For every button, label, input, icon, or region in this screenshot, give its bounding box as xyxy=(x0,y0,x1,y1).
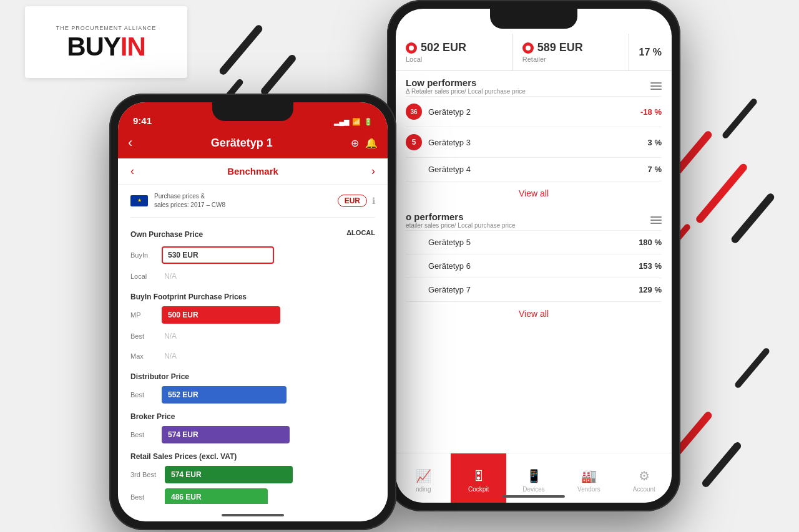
footprint-best-row: Best N/A xyxy=(130,326,375,346)
currency-row: Purchase prices & sales prices: 2017 – C… xyxy=(130,185,375,218)
buyin-input-container xyxy=(162,246,375,264)
list-item[interactable]: Gerätetyp 4 7 % xyxy=(406,157,662,181)
distributor-best-row: Best 552 EUR xyxy=(130,384,375,406)
back-button[interactable]: ‹ xyxy=(128,135,132,151)
logo-buy: BUY xyxy=(67,32,120,61)
next-tab-button[interactable]: › xyxy=(371,165,375,178)
device-pct-geraetetyp3: 3 % xyxy=(648,138,662,147)
broker-header: Broker Price xyxy=(130,406,375,423)
phone-right: 502 EUR Local 589 EUR Retailer 17 xyxy=(387,0,680,511)
device-name-geraetetyp2: Gerätetyp 2 xyxy=(428,107,640,117)
right-notch xyxy=(490,9,577,29)
account-icon: ⚙ xyxy=(639,468,650,483)
retail-best-row: Best 486 EUR xyxy=(130,486,375,504)
view-all-low-button[interactable]: View all xyxy=(519,188,549,198)
device-name-geraetetyp4: Gerätetyp 4 xyxy=(428,165,648,174)
currency-badge[interactable]: EUR xyxy=(338,195,367,207)
logo-text: BUYIN xyxy=(67,34,145,60)
eu-flag-icon xyxy=(130,195,148,206)
phone-left-screen: 9:41 ▂▄▆ 📶 🔋 ‹ Gerätetyp 1 ⊕ 🔔 ‹ Be xyxy=(118,102,388,521)
device-pct-geraetetyp6: 153 % xyxy=(639,261,662,271)
buyin-price-input[interactable] xyxy=(162,246,274,264)
footprint-max-row: Max N/A xyxy=(130,346,375,366)
retail-best-bar: 486 EUR xyxy=(165,488,268,504)
low-performers-view-all: View all xyxy=(406,181,662,205)
benchmark-nav: ‹ Benchmark › xyxy=(118,158,388,185)
device-name-geraetetyp7: Gerätetyp 7 xyxy=(428,285,639,294)
cockpit-icon[interactable]: ⊕ xyxy=(351,137,359,149)
device-pct-geraetetyp5: 180 % xyxy=(639,238,662,247)
top-performers-view-all: View all xyxy=(406,301,662,326)
tab-label-devices: Devices xyxy=(522,486,545,493)
svg-point-15 xyxy=(409,46,414,51)
local-price-row: Local N/A xyxy=(130,266,375,286)
retail-3rdbest-row: 3rd Best 574 EUR xyxy=(130,463,375,486)
phone-left: 9:41 ▂▄▆ 📶 🔋 ‹ Gerätetyp 1 ⊕ 🔔 ‹ Be xyxy=(109,94,396,530)
device-pct-geraetetyp4: 7 % xyxy=(648,165,662,174)
top-performers-header: o performers etailer sales price/ Local … xyxy=(406,205,662,230)
signal-icon: ▂▄▆ xyxy=(334,118,349,126)
phone-right-screen: 502 EUR Local 589 EUR Retailer 17 xyxy=(396,9,672,503)
top-performers-subtitle: etailer sales price/ Local purchase pric… xyxy=(406,222,516,229)
local-indicator xyxy=(406,42,417,54)
top-performers-section: o performers etailer sales price/ Local … xyxy=(396,205,672,326)
wifi-icon: 📶 xyxy=(352,118,361,126)
logo-tagline: THE PROCUREMENT ALLIANCE xyxy=(56,25,156,31)
logo-box: THE PROCUREMENT ALLIANCE BUYIN xyxy=(25,6,187,78)
content-area: Purchase prices & sales prices: 2017 – C… xyxy=(118,185,388,504)
device-pct-geraetetyp2: -18 % xyxy=(640,107,662,117)
nav-title: Gerätetyp 1 xyxy=(211,137,273,150)
device-badge-5: 5 xyxy=(406,134,422,150)
svg-rect-5 xyxy=(721,97,758,140)
device-name-geraetetyp6: Gerätetyp 6 xyxy=(428,261,639,271)
tab-item-cockpit[interactable]: 🎛 Cockpit xyxy=(451,453,506,503)
battery-icon: 🔋 xyxy=(364,118,373,126)
list-item[interactable]: 36 Gerätetyp 2 -18 % xyxy=(406,96,662,127)
svg-rect-13 xyxy=(700,441,742,489)
tab-item-trending[interactable]: 📈 nding xyxy=(396,463,451,493)
footprint-header: BuyIn Footprint Purchase Prices xyxy=(130,286,375,304)
svg-rect-0 xyxy=(218,24,263,76)
info-icon[interactable]: ℹ xyxy=(372,196,375,206)
rp-scroll-area: 502 EUR Local 589 EUR Retailer 17 xyxy=(396,9,672,453)
top-performers-menu-icon[interactable] xyxy=(650,216,662,224)
tab-item-devices[interactable]: 📱 Devices xyxy=(506,463,561,493)
distributor-price-bar: 552 EUR xyxy=(162,386,287,404)
retail-3rdbest-bar: 574 EUR xyxy=(165,466,293,483)
local-label: Local xyxy=(406,56,502,63)
list-item[interactable]: 5 Gerätetyp 3 3 % xyxy=(406,127,662,157)
tab-item-account[interactable]: ⚙ Account xyxy=(617,463,672,493)
low-performers-subtitle: Δ Retailer sales price/ Local purchase p… xyxy=(406,88,526,95)
trending-icon: 📈 xyxy=(416,468,431,483)
prev-tab-button[interactable]: ‹ xyxy=(130,165,134,178)
list-item[interactable]: Gerätetyp 7 129 % xyxy=(406,278,662,301)
own-purchase-header: Own Purchase Price ΔLOCAL xyxy=(130,218,375,244)
svg-point-16 xyxy=(526,46,531,51)
svg-rect-4 xyxy=(695,162,748,225)
distributor-header: Distributor Price xyxy=(130,366,375,384)
retailer-price-cell: 589 EUR Retailer xyxy=(512,34,629,70)
tab-label-cockpit: Cockpit xyxy=(468,486,489,493)
tab-label-vendors: Vendors xyxy=(577,486,600,493)
retailer-indicator xyxy=(522,42,534,54)
buyin-price-row: BuyIn xyxy=(130,244,375,266)
cockpit-tab-icon: 🎛 xyxy=(473,469,485,483)
tab-item-vendors[interactable]: 🏭 Vendors xyxy=(561,463,616,493)
tab-label-account: Account xyxy=(633,486,655,493)
mp-price-row: MP 500 EUR xyxy=(130,304,375,326)
bell-icon[interactable]: 🔔 xyxy=(365,137,378,149)
view-all-top-button[interactable]: View all xyxy=(519,309,549,319)
top-performers-title: o performers xyxy=(406,211,516,222)
svg-rect-14 xyxy=(733,347,770,389)
low-performers-section: Low performers Δ Retailer sales price/ L… xyxy=(396,71,672,205)
retailer-price-value: 589 EUR xyxy=(522,41,619,54)
low-performers-menu-icon[interactable] xyxy=(650,82,662,90)
list-item[interactable]: Gerätetyp 6 153 % xyxy=(406,254,662,278)
price-percentage: 17 % xyxy=(629,34,672,70)
price-compare-bar: 502 EUR Local 589 EUR Retailer 17 xyxy=(396,34,672,71)
list-item[interactable]: Gerätetyp 5 180 % xyxy=(406,230,662,254)
broker-price-bar: 574 EUR xyxy=(162,426,290,443)
devices-icon: 📱 xyxy=(526,468,542,483)
svg-rect-6 xyxy=(730,192,775,244)
status-time: 9:41 xyxy=(133,115,152,126)
